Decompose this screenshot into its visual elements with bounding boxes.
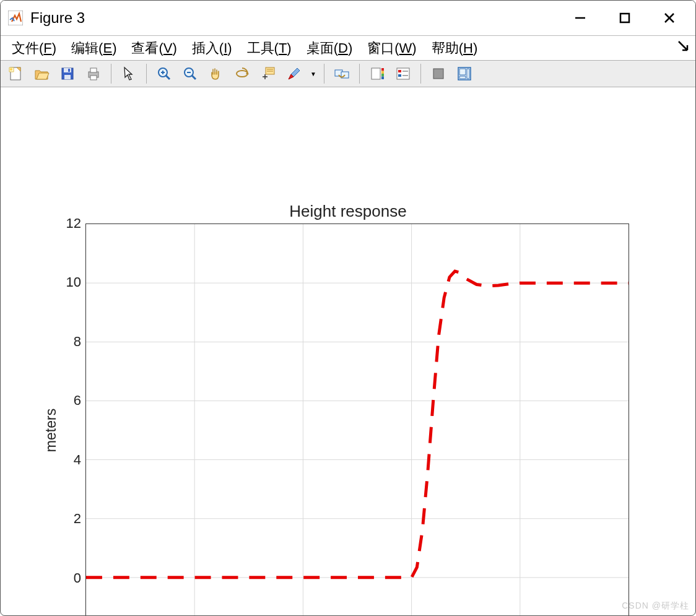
y-tick-label: 2 (50, 511, 81, 527)
svg-rect-39 (398, 74, 401, 77)
svg-rect-46 (459, 76, 466, 79)
toolbar-separator (420, 64, 421, 84)
menu-window[interactable]: 窗口(W) (360, 37, 424, 60)
toolbar: ▼ (1, 60, 695, 87)
show-plot-tools-button[interactable] (452, 63, 477, 85)
window-controls (558, 5, 692, 31)
rotate-3d-button[interactable] (230, 63, 254, 85)
matlab-icon (8, 11, 23, 25)
data-cursor-button[interactable] (256, 63, 281, 85)
svg-rect-15 (90, 76, 97, 80)
pan-button[interactable] (204, 63, 228, 85)
svg-rect-33 (381, 68, 384, 71)
menu-insert[interactable]: 插入(I) (185, 37, 240, 60)
zoom-out-button[interactable] (178, 63, 202, 85)
plot-line (86, 224, 629, 616)
insert-colorbar-button[interactable] (365, 63, 389, 85)
new-figure-button[interactable] (3, 63, 28, 85)
svg-rect-35 (381, 74, 384, 77)
edit-plot-button[interactable] (116, 63, 141, 85)
axes[interactable] (85, 223, 629, 616)
svg-rect-14 (90, 68, 97, 72)
svg-rect-42 (433, 69, 443, 79)
svg-line-17 (166, 76, 170, 79)
minimize-button[interactable] (558, 5, 602, 31)
open-button[interactable] (29, 63, 54, 85)
menu-file[interactable]: 文件(F) (4, 37, 64, 60)
y-tick-label: 4 (50, 452, 81, 468)
menu-desktop[interactable]: 桌面(D) (299, 37, 360, 60)
y-tick-label: 8 (50, 334, 81, 350)
svg-rect-11 (64, 75, 71, 79)
y-tick-label: 0 (50, 570, 81, 586)
link-plots-button[interactable] (329, 63, 354, 85)
svg-rect-2 (620, 14, 629, 22)
menu-help[interactable]: 帮助(H) (424, 37, 485, 60)
brush-dropdown-icon[interactable]: ▼ (308, 71, 319, 77)
chart-title: Height response (2, 202, 694, 221)
window-title: Figure 3 (30, 9, 558, 27)
maximize-button[interactable] (602, 5, 647, 31)
y-tick-label: 12 (50, 215, 81, 232)
svg-rect-37 (397, 68, 409, 79)
svg-rect-38 (398, 70, 401, 72)
figure-area: Height response meters seconds 012345 -2… (2, 90, 694, 614)
y-tick-label: 10 (50, 274, 81, 290)
insert-legend-button[interactable] (391, 63, 415, 85)
menu-tools[interactable]: 工具(T) (240, 37, 299, 60)
svg-rect-36 (381, 77, 384, 80)
svg-rect-12 (68, 69, 70, 72)
svg-line-21 (192, 76, 196, 79)
zoom-in-button[interactable] (152, 63, 176, 85)
svg-rect-34 (381, 71, 384, 74)
svg-rect-45 (467, 69, 469, 79)
toolbar-separator (359, 64, 360, 84)
dock-arrow-icon[interactable] (677, 40, 690, 57)
print-button[interactable] (81, 63, 106, 85)
save-button[interactable] (55, 63, 80, 85)
close-button[interactable] (647, 5, 692, 31)
svg-rect-10 (64, 68, 71, 72)
hide-plot-tools-button[interactable] (426, 63, 451, 85)
menubar: 文件(F) 编辑(E) 查看(V) 插入(I) 工具(T) 桌面(D) 窗口(W… (1, 35, 695, 60)
brush-button[interactable] (282, 63, 307, 85)
svg-point-8 (10, 68, 12, 71)
watermark-text: CSDN @研学柱 (622, 601, 689, 612)
toolbar-separator (146, 64, 147, 84)
svg-rect-44 (459, 69, 466, 75)
titlebar: Figure 3 (1, 1, 695, 35)
menu-view[interactable]: 查看(V) (124, 37, 184, 60)
svg-rect-32 (372, 68, 380, 79)
y-tick-label: 6 (50, 393, 81, 409)
toolbar-separator (111, 64, 111, 84)
y-axis-label: meters (43, 409, 59, 452)
svg-point-23 (237, 71, 248, 77)
toolbar-separator (324, 64, 324, 84)
menu-edit[interactable]: 编辑(E) (64, 37, 124, 60)
